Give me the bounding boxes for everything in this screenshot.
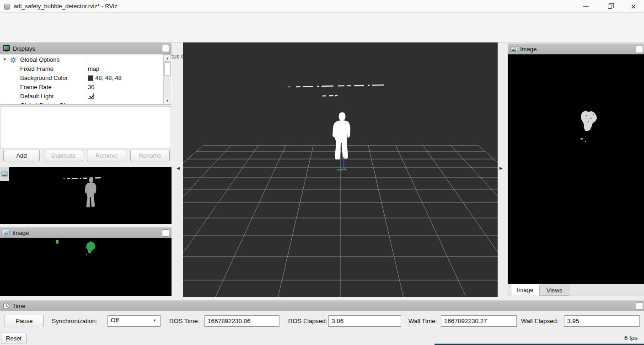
float-panel-button[interactable] bbox=[636, 46, 643, 53]
time-panel-header: Time bbox=[0, 300, 644, 311]
remove-button[interactable]: Remove bbox=[87, 150, 126, 161]
tab-image[interactable]: Image bbox=[511, 284, 539, 296]
chevron-down-icon: ▼ bbox=[153, 318, 156, 323]
add-button[interactable]: Add bbox=[3, 150, 40, 161]
scroll-up-arrow[interactable]: ▲ bbox=[164, 54, 171, 62]
left-splitter-collapse-arrow[interactable]: ◀ bbox=[177, 166, 180, 170]
menu-bar: File Panels Help bbox=[0, 13, 644, 23]
tree-row-default-light[interactable]: Default Light bbox=[0, 92, 163, 101]
tree-row-background-color[interactable]: Background Color 48; 48; 48 bbox=[0, 74, 163, 83]
color-swatch bbox=[88, 75, 93, 81]
image-panel-bottom-title: Image bbox=[12, 229, 29, 236]
right-panel-title: Image bbox=[520, 46, 537, 53]
scrollbar-thumb[interactable] bbox=[164, 62, 171, 76]
ros-elapsed-input[interactable] bbox=[328, 315, 401, 327]
image-panel-bottom-header: Image bbox=[0, 227, 172, 238]
float-panel-button[interactable] bbox=[162, 229, 169, 237]
displays-panel-header: Displays bbox=[0, 42, 172, 54]
image-icon bbox=[3, 230, 10, 235]
displays-tree: ▼ Global Options Fixed Frame map Backgro… bbox=[0, 54, 172, 105]
window-title: adi_safety_bubble_detector.rviz* - RViz bbox=[14, 3, 117, 10]
pause-button[interactable]: Pause bbox=[5, 315, 44, 327]
scroll-down-arrow[interactable]: ▼ bbox=[164, 97, 171, 104]
fps-indicator: 6 fps bbox=[624, 334, 638, 341]
float-panel-button[interactable] bbox=[162, 45, 169, 52]
rviz-window: adi_safety_bubble_detector.rviz* - RViz … bbox=[0, 0, 644, 345]
title-bar[interactable]: adi_safety_bubble_detector.rviz* - RViz … bbox=[0, 0, 644, 13]
detection-image-view bbox=[0, 238, 172, 296]
synchronization-select[interactable]: Off ▼ bbox=[107, 315, 161, 327]
minimize-button[interactable] bbox=[575, 0, 596, 13]
ros-time-label: ROS Time: bbox=[169, 318, 199, 324]
render-viewport-3d[interactable] bbox=[183, 42, 498, 297]
ros-time-input[interactable] bbox=[204, 315, 279, 327]
clock-icon bbox=[3, 303, 10, 309]
right-image-content bbox=[508, 54, 644, 284]
restore-icon bbox=[608, 5, 612, 9]
displays-panel-title: Displays bbox=[13, 45, 35, 52]
ros-elapsed-label: ROS Elapsed: bbox=[288, 318, 327, 324]
collapse-arrow-icon[interactable]: ▼ bbox=[3, 103, 7, 105]
right-panel-tabbar: Image Views bbox=[508, 284, 644, 296]
duplicate-button[interactable]: Duplicate bbox=[44, 150, 83, 161]
tab-views[interactable]: Views bbox=[539, 285, 569, 296]
close-button[interactable]: × bbox=[623, 0, 644, 13]
default-light-checkbox[interactable] bbox=[88, 93, 94, 99]
detection-image-content bbox=[0, 238, 172, 296]
person-pointcloud bbox=[333, 112, 350, 160]
synchronization-label: Synchronization: bbox=[52, 318, 97, 324]
tree-row-global-options[interactable]: ▼ Global Options bbox=[0, 55, 163, 64]
collapse-arrow-icon[interactable]: ▼ bbox=[3, 57, 7, 62]
time-panel-title: Time bbox=[12, 303, 25, 309]
ceiling-pointcloud bbox=[289, 85, 386, 96]
depth-image-content bbox=[0, 167, 172, 224]
tree-row-global-status[interactable]: ▼ Global Status: Ok bbox=[0, 101, 163, 105]
floor-grid bbox=[183, 145, 498, 297]
monitor-icon bbox=[3, 45, 10, 52]
wall-elapsed-label: Wall Elapsed: bbox=[521, 318, 558, 324]
tree-row-frame-rate[interactable]: Frame Rate 30 bbox=[0, 83, 163, 92]
gear-icon bbox=[10, 57, 16, 63]
wall-elapsed-input[interactable] bbox=[564, 315, 640, 327]
status-ok-check-icon bbox=[12, 103, 16, 105]
rename-button[interactable]: Rename bbox=[130, 150, 170, 161]
right-panel-header: Image bbox=[508, 43, 644, 54]
app-icon bbox=[4, 4, 10, 10]
right-splitter-collapse-arrow[interactable]: ▶ bbox=[499, 166, 503, 170]
depth-image-view bbox=[0, 167, 172, 224]
wall-time-input[interactable] bbox=[441, 315, 517, 327]
tree-scrollbar[interactable]: ▲ ▼ bbox=[163, 54, 171, 105]
wall-time-label: Wall Time: bbox=[408, 318, 437, 324]
right-image-view bbox=[508, 54, 644, 284]
image-icon bbox=[510, 46, 517, 52]
float-panel-button[interactable] bbox=[636, 303, 643, 310]
viewport-scene bbox=[183, 42, 498, 297]
reset-button[interactable]: Reset bbox=[1, 333, 27, 344]
restore-button[interactable] bbox=[599, 0, 620, 13]
tree-row-fixed-frame[interactable]: Fixed Frame map bbox=[0, 64, 163, 74]
toolbar: ☝ Interact Move Camera Select Focus Came… bbox=[0, 23, 644, 42]
displays-list-empty bbox=[0, 106, 171, 149]
